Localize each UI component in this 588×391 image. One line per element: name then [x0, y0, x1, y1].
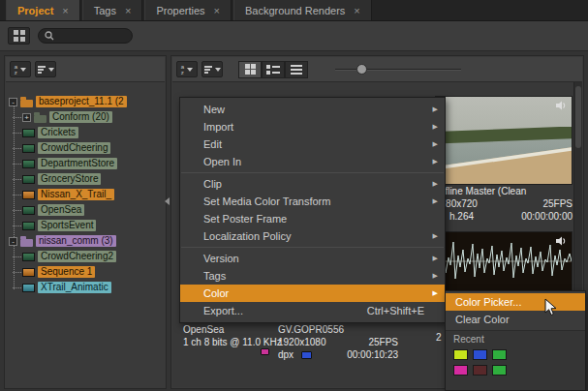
tree-item-label: XTrail_Animatic: [38, 282, 111, 293]
tree-item-label: Sequence 1: [38, 266, 95, 278]
tab-close-icon[interactable]: ×: [214, 6, 220, 15]
recent-colors-label: Recent: [453, 334, 585, 345]
clip-fps: 25FPS: [542, 198, 573, 209]
submenu-item-clear-color[interactable]: Clear Color: [446, 311, 585, 328]
folder-dark-icon: [34, 115, 46, 123]
expander-minus-icon[interactable]: -: [9, 237, 17, 246]
sort-alphabetical-button[interactable]: az: [10, 61, 31, 77]
expander-plus-icon[interactable]: +: [22, 113, 31, 122]
tree-item-label: baseproject_11.1 (2: [36, 96, 127, 107]
color-swatch[interactable]: [473, 365, 487, 376]
tree-item-opensea[interactable]: OpenSea: [22, 202, 165, 218]
tree-item-label: Conform (20): [49, 111, 112, 123]
menu-item-set-media-color-transform[interactable]: Set Media Color Transform▶: [180, 193, 445, 210]
tab-label: Properties: [156, 5, 204, 16]
color-tag-icon: [261, 348, 269, 355]
menu-item-label: Export...: [203, 305, 367, 316]
menu-item-label: Set Media Color Transform: [203, 196, 433, 207]
bin-item-opensea[interactable]: OpenSea 1 ch 8 bits @ 11.0 KHz: [183, 323, 290, 348]
tab-close-icon[interactable]: ×: [125, 6, 131, 15]
tab-background-renders[interactable]: Background Renders×: [233, 0, 372, 20]
details-view-icon: [266, 65, 280, 75]
color-swatch[interactable]: [453, 349, 468, 360]
menu-item-version[interactable]: Version▶: [180, 250, 445, 267]
view-thumbnails-button[interactable]: [238, 61, 262, 78]
menu-item-open-in[interactable]: Open In▶: [180, 153, 445, 170]
sort-alphabetical-icon: az: [15, 64, 17, 75]
tab-project[interactable]: Project×: [6, 0, 80, 20]
grid-view-button[interactable]: [8, 27, 30, 45]
tree-item-baseproject-11-1-2[interactable]: -baseproject_11.1 (2: [9, 94, 165, 109]
project-tree: -baseproject_11.1 (2+Conform (20)Cricket…: [6, 82, 165, 387]
expander-minus-icon[interactable]: -: [9, 98, 17, 106]
tree-item-sequence-1[interactable]: Sequence 1: [22, 264, 165, 280]
bin-panel-toolbar: az: [172, 57, 582, 82]
clip-teal-icon: [22, 284, 35, 292]
tree-item-grocerystore[interactable]: GroceryStore: [22, 171, 165, 187]
clip-title: GV.GOPR0556: [278, 323, 398, 336]
submenu-arrow-icon: ▶: [433, 232, 438, 240]
search-input[interactable]: [58, 30, 126, 43]
search-box[interactable]: [38, 28, 133, 44]
menu-item-import[interactable]: Import▶: [180, 118, 445, 135]
tab-label: Project: [17, 5, 53, 16]
menu-item-label: Open In: [203, 156, 433, 167]
view-details-button[interactable]: [262, 61, 285, 78]
arrow-down-icon: [48, 68, 54, 72]
menu-item-edit[interactable]: Edit▶: [180, 135, 445, 153]
view-list-button[interactable]: [285, 61, 308, 78]
tab-close-icon[interactable]: ×: [354, 6, 359, 15]
color-swatch[interactable]: [492, 349, 507, 360]
tree-item-sportsevent[interactable]: SportsEvent: [22, 218, 165, 233]
submenu-arrow-icon: ▶: [433, 197, 438, 205]
bin-sort-alphabetical-button[interactable]: az: [176, 61, 198, 77]
audio-waveform-thumbnail[interactable]: [435, 231, 573, 291]
scrollbar-thumb[interactable]: [575, 86, 581, 148]
menu-item-tags[interactable]: Tags▶: [180, 267, 445, 285]
tree-item-conform-20[interactable]: +Conform (20): [22, 109, 165, 125]
tree-item-nissan-x-trail[interactable]: Nissan_X_Trail_: [22, 187, 165, 202]
folder-purple-icon: [20, 239, 33, 247]
folder-orange-icon: [20, 100, 33, 107]
clip-green-icon: [22, 144, 35, 153]
tree-item-label: SportsEvent: [38, 220, 96, 231]
bin-item-audio-clip[interactable]: [435, 231, 573, 291]
panel-collapse-arrow-icon[interactable]: [165, 197, 170, 205]
color-swatch[interactable]: [473, 349, 487, 360]
sort-order-button[interactable]: [35, 61, 56, 77]
menu-item-new[interactable]: New▶: [180, 101, 445, 118]
tab-close-icon[interactable]: ×: [62, 6, 68, 15]
menu-item-localization-policy[interactable]: Localization Policy▶: [180, 227, 445, 245]
tree-item-departmentstore[interactable]: DepartmentStore: [22, 156, 165, 171]
clip-resolution-row: 1920x1080 25FPS: [278, 336, 398, 348]
tree-item-crickets[interactable]: Crickets: [22, 125, 165, 140]
project-tree-panel: az -baseproject_11.1 (2+Conform (20)Cric…: [4, 55, 167, 389]
menu-item-color[interactable]: Color▶: [180, 285, 445, 302]
slider-handle[interactable]: [356, 64, 367, 75]
color-swatch[interactable]: [492, 365, 507, 376]
tree-item-nissan-comm-3[interactable]: -nissan_comm (3): [9, 233, 165, 249]
menu-separator: [181, 172, 444, 173]
tab-tags[interactable]: Tags×: [82, 0, 143, 20]
color-swatch[interactable]: [453, 365, 468, 376]
menu-item-clip[interactable]: Clip▶: [180, 175, 445, 193]
thumbnail-size-slider[interactable]: [335, 61, 461, 78]
video-thumbnail[interactable]: [435, 96, 573, 185]
clip-detail-fragment: 2: [436, 332, 442, 343]
clip-codec: h.264: [449, 211, 474, 222]
menu-item-export[interactable]: Export...Ctrl+Shift+E: [180, 302, 445, 319]
submenu-arrow-icon: ▶: [433, 255, 438, 262]
bin-item-gopro[interactable]: GV.GOPR0556 1920x1080 25FPS dpx 00:00:10…: [278, 323, 398, 361]
bin-sort-order-button[interactable]: [201, 61, 223, 77]
color-tag-icon: [301, 351, 312, 359]
bin-item-offline-master[interactable]: Offline Master (Clean 1280x720 25FPS h.2…: [435, 96, 573, 223]
menu-item-set-poster-frame[interactable]: Set Poster Frame: [180, 210, 445, 227]
tree-item-xtrail-animatic[interactable]: XTrail_Animatic: [22, 280, 165, 295]
submenu-item-color-picker[interactable]: Color Picker...: [446, 293, 585, 311]
color-submenu: Color Picker...Clear Color Recent: [445, 290, 586, 391]
clip-fps: 25FPS: [368, 337, 398, 347]
tab-properties[interactable]: Properties×: [144, 0, 232, 20]
tree-item-crowdcheering2[interactable]: CrowdCheering2: [22, 249, 165, 264]
tree-item-crowdcheering[interactable]: CrowdCheering: [22, 140, 165, 156]
arrow-down-icon: [20, 68, 26, 72]
